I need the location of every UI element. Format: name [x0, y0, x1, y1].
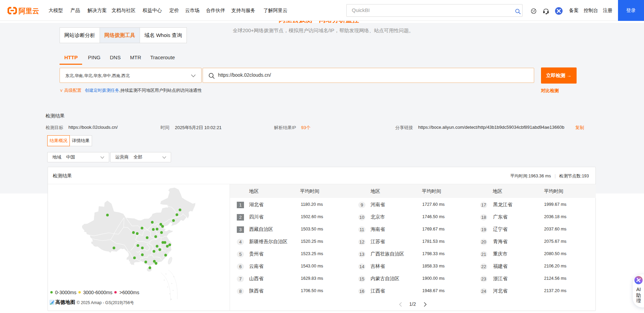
svg-text:阿里云: 阿里云	[19, 7, 39, 15]
